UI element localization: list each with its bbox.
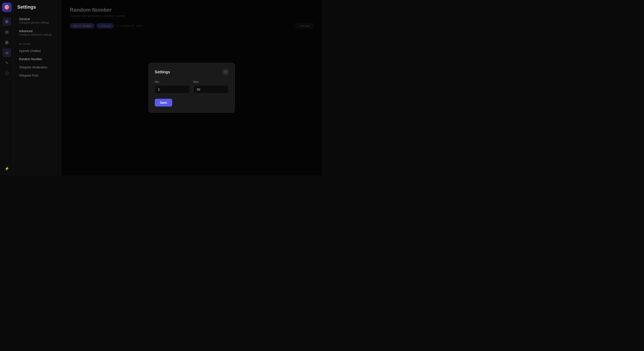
nav-plugin-telegram-mod[interactable]: Telegram Moderation	[17, 63, 58, 71]
modal-overlay[interactable]: Settings × Min Max Save	[61, 0, 322, 175]
page-title: Settings	[17, 4, 58, 10]
grid-icon: ⊞	[5, 19, 8, 24]
save-button[interactable]: Save	[155, 99, 172, 106]
pencil-icon: ✎	[5, 61, 8, 65]
nav-item-advanced[interactable]: Advanced Configure advanced settings	[17, 27, 58, 38]
settings-modal: Settings × Min Max Save	[148, 63, 235, 113]
modal-title: Settings	[155, 70, 170, 74]
sliders-icon: ⚌	[5, 50, 9, 55]
calendar-icon: ▦	[5, 40, 9, 45]
nav-plugin-openai[interactable]: OpenAI Chatbot	[17, 47, 58, 55]
nav-plugin-random-number[interactable]: Random Number	[17, 55, 58, 63]
min-input[interactable]	[155, 85, 190, 94]
sidebar-icon-calendar[interactable]: ▦	[2, 38, 11, 46]
app-logo[interactable]: 🎯	[2, 2, 12, 12]
sidebar-bottom: ⚡	[2, 164, 11, 173]
nav-item-general[interactable]: General Configure general settings	[17, 15, 58, 26]
max-label: Max	[193, 80, 228, 83]
shield-icon: ⬡	[5, 71, 9, 76]
app-logo-icon: 🎯	[4, 4, 10, 10]
nav-advanced-title: Advanced	[19, 29, 56, 33]
sidebar-icon-chart[interactable]: ▤	[2, 27, 11, 36]
max-field-group: Max	[193, 80, 228, 94]
max-input[interactable]	[193, 85, 228, 94]
left-nav: Settings General Configure general setti…	[14, 0, 61, 175]
sidebar-icon-shield[interactable]: ⬡	[2, 69, 11, 78]
main-content: Random Number A plugin that generates a …	[61, 0, 322, 175]
min-field-group: Min	[155, 80, 190, 94]
sidebar-icon-sliders[interactable]: ⚌	[2, 48, 11, 57]
sidebar-icon-lightning[interactable]: ⚡	[2, 164, 11, 173]
nav-general-title: General	[19, 17, 56, 21]
nav-plugin-telegram-post[interactable]: Telegram Post	[17, 72, 58, 79]
sidebar-icon-pencil[interactable]: ✎	[2, 59, 11, 67]
sidebar-icon-grid[interactable]: ⊞	[2, 17, 11, 26]
nav-general-subtitle: Configure general settings	[19, 21, 56, 24]
icon-sidebar: 🎯 ⊞ ▤ ▦ ⚌ ✎ ⬡ ⚡	[0, 0, 14, 175]
plugins-section-label: PLUGINS	[17, 39, 58, 47]
modal-header: Settings ×	[155, 69, 228, 75]
lightning-icon: ⚡	[4, 166, 9, 171]
chart-icon: ▤	[5, 29, 9, 34]
min-label: Min	[155, 80, 190, 83]
modal-close-button[interactable]: ×	[222, 69, 228, 75]
nav-advanced-subtitle: Configure advanced settings	[19, 33, 56, 36]
modal-fields: Min Max	[155, 80, 228, 94]
close-icon: ×	[224, 70, 226, 74]
